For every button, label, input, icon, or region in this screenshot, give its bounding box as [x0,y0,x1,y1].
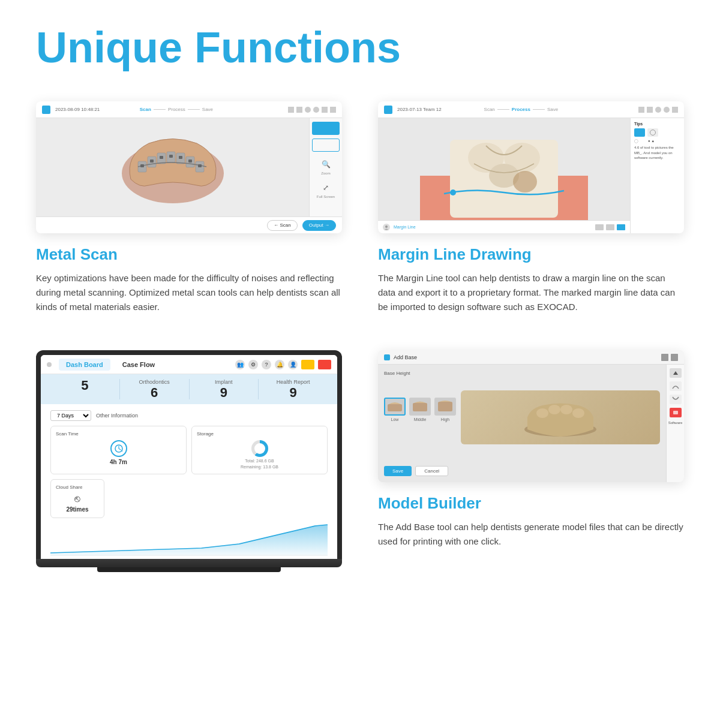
filter-select[interactable]: 7 Days 30 Days 90 Days [50,410,91,421]
svg-point-31 [560,405,572,414]
mb-thumb-row: Low M [384,381,660,444]
storage-donut-icon [251,440,268,457]
mb-close-icon [671,354,678,361]
thumb-high-label: High [441,417,449,422]
save-button[interactable]: Save [384,466,412,476]
scan-sidebar: 🔍 Zoom ⤢ Full Screen [309,118,342,216]
scan-bottom-bar: ← Scan Output → [36,216,342,233]
margin-date-text: 2023-07-13 Team 12 [397,107,442,112]
svg-point-29 [536,408,548,418]
thumb-middle[interactable]: Middle [409,398,431,422]
toolbar-icon-6 [330,107,336,113]
mb-toolbar: Add Base [378,350,684,365]
cloud-share-content: ⎋ 29times [56,494,99,513]
output-btn[interactable]: Output → [302,220,336,231]
close-btn[interactable] [318,360,331,369]
scan-canvas [36,118,309,216]
margin-info-bar: Margin Line [378,220,630,233]
margin-icon-b [606,224,614,230]
svg-rect-9 [150,160,154,163]
thumb-high-img [434,398,456,416]
svg-rect-33 [673,411,678,414]
svg-point-20 [513,171,537,192]
tips-title: Tips [634,122,680,126]
expand-tool: ⤢ Full Screen [312,182,340,198]
svg-rect-25 [388,404,402,411]
thumb-middle-img [409,398,431,416]
filter-row: 7 Days 30 Days 90 Days Other Information [50,410,328,421]
user-icon: 👤 [288,360,298,369]
tips-btn-2 [647,128,658,137]
storage-remaining: Remaining: 13.8 GB [241,465,278,469]
stat-value-orthodontics: 6 [120,386,189,399]
tips-panel: Tips ◯ ● ▲ [630,118,684,233]
scan-time-content: 4h 7m [56,440,181,465]
workflow-steps: Scan Process Save [140,107,213,112]
scan-time-value: 4h 7m [110,459,127,465]
clock-icon [110,440,127,457]
margin-step-save: Save [547,107,558,112]
feature-dashboard: Dash Board Case Flow 👥 ⚙ ? 🔔 👤 [36,350,342,578]
mock-toolbar-metal: 2023-08-09 10:48:21 Scan Process Save [36,101,342,118]
margin-toolbar-icons [638,107,678,113]
thumb-middle-label: Middle [414,417,427,422]
scan-sidebar-btn-outline [312,139,340,152]
mb-arch2-icon [670,395,682,404]
thumb-low[interactable]: Low [384,398,406,422]
expand-icon: ⤢ [320,182,331,193]
mock-toolbar-margin: 2023-07-13 Team 12 Scan Process Save [378,101,684,118]
help-icon: ? [262,360,271,369]
stat-label-implant: Implant [190,379,259,385]
margin-canvas: Margin Line [378,118,630,233]
svg-point-30 [548,405,560,414]
app-logo-icon [42,106,50,114]
tips-btn-1 [634,128,645,137]
margin-line-title: Margin Line Drawing [378,245,684,264]
tab-dashboard[interactable]: Dash Board [59,359,110,371]
cloud-share-label: Cloud Share [56,485,99,490]
svg-rect-13 [188,160,192,163]
share-icon: ⎋ [74,494,80,504]
mb-minimize-icon [661,354,668,361]
model-preview-svg [518,396,602,438]
storage-label: Storage [197,431,322,437]
dash-left: 7 Days 30 Days 90 Days Other Information [50,410,328,556]
notification-icon: 🔔 [275,360,284,369]
svg-rect-12 [179,156,182,159]
margin-line-screenshot: 2023-07-13 Team 12 Scan Process Save [378,101,684,233]
thumb-high[interactable]: High [434,398,456,422]
settings-icon: ⚙ [248,360,258,369]
thumb-low-img [384,398,406,416]
storage-total: Total: 248.6 GB [245,459,274,463]
toolbar-icons [288,107,336,113]
svg-rect-10 [160,156,163,159]
tab-case-flow[interactable]: Case Flow [115,359,162,371]
metal-scan-desc: Key optimizations have been made for the… [36,271,342,314]
margin-workflow-steps: Scan Process Save [484,107,559,112]
scan-time-label: Scan Time [56,431,181,437]
mb-logo-icon [384,354,390,360]
tooth-closeup-svg [420,128,588,224]
stat-label-health: Health Report [259,379,328,385]
laptop-outer: Dash Board Case Flow 👥 ⚙ ? 🔔 👤 [36,350,342,559]
svg-point-22 [385,225,388,228]
page-container: Unique Functions 2023-08-09 10:48:21 Sca… [0,0,720,614]
dash-toolbar-right: 👥 ⚙ ? 🔔 👤 [235,360,331,369]
svg-rect-11 [169,155,173,158]
toolbar-icon-2 [296,107,302,113]
minimize-btn[interactable] [301,360,314,369]
model-builder-desc: The Add Base tool can help dentists gene… [378,520,684,549]
margin-icon-c [617,224,625,230]
cloud-share-card: Cloud Share ⎋ 29times [50,479,104,518]
back-scan-btn[interactable]: ← Scan [267,220,297,231]
cancel-button[interactable]: Cancel [415,466,448,476]
mb-bottom-bar: Save Cancel [384,466,448,476]
metal-scan-title: Metal Scan [36,245,342,264]
mb-selected-icon[interactable] [670,408,682,417]
mb-up-btn[interactable] [670,368,682,378]
dash-toolbar: Dash Board Case Flow 👥 ⚙ ? 🔔 👤 [41,355,337,374]
cloud-share-section: Cloud Share ⎋ 29times [50,479,328,518]
laptop-stand [97,567,281,572]
model-builder-screenshot: Add Base Base Height [378,350,684,482]
mb-sidebar-right: Software [666,365,684,482]
